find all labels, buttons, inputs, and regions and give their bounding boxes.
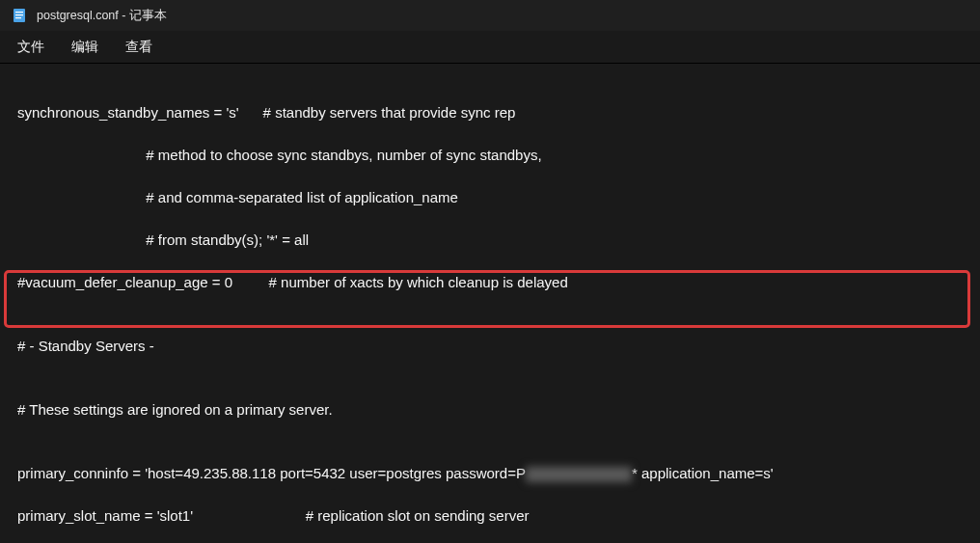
svg-rect-1	[15, 12, 23, 13]
svg-rect-3	[15, 17, 21, 18]
text-line: #vacuum_defer_cleanup_age = 0 # number o…	[17, 272, 980, 293]
text-segment: primary_conninfo = 'host=49.235.88.118 p…	[17, 465, 526, 481]
menu-file[interactable]: 文件	[17, 39, 44, 56]
text-segment: * application_name=s'	[632, 465, 774, 481]
text-line: # method to choose sync standbys, number…	[17, 145, 980, 166]
text-line: # - Standby Servers -	[17, 336, 980, 357]
window-title: postgresql.conf - 记事本	[37, 8, 167, 24]
notepad-icon	[12, 8, 27, 23]
menu-view[interactable]: 查看	[125, 39, 152, 56]
text-line: # and comma-separated list of applicatio…	[17, 187, 980, 208]
menubar: 文件 编辑 查看	[0, 31, 980, 64]
text-line: primary_conninfo = 'host=49.235.88.118 p…	[17, 463, 980, 484]
text-line: # from standby(s); '*' = all	[17, 230, 980, 251]
text-line: synchronous_standby_names = 's' # standb…	[17, 102, 980, 123]
titlebar: postgresql.conf - 记事本	[0, 0, 980, 31]
redacted-password: xxxxxxxxxx	[526, 467, 632, 482]
text-line: primary_slot_name = 'slot1' # replicatio…	[17, 505, 980, 527]
editor-area[interactable]: synchronous_standby_names = 's' # standb…	[0, 64, 980, 543]
svg-rect-2	[15, 14, 23, 15]
menu-edit[interactable]: 编辑	[71, 39, 98, 56]
text-line: # These settings are ignored on a primar…	[17, 399, 980, 421]
